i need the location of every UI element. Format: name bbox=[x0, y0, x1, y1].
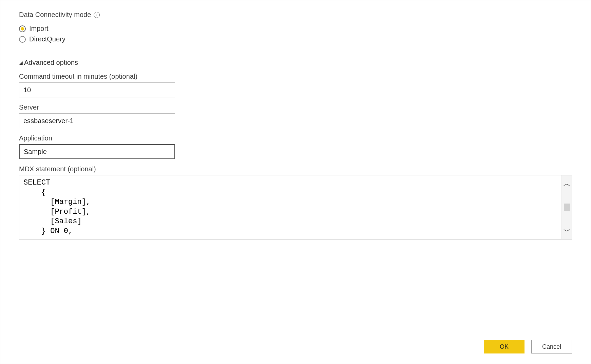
radio-directquery[interactable]: DirectQuery bbox=[19, 35, 572, 43]
scroll-up-icon[interactable]: ︿ bbox=[564, 180, 570, 187]
connectivity-mode-text: Data Connectivity mode bbox=[19, 11, 91, 19]
connectivity-radio-group: Import DirectQuery bbox=[19, 22, 572, 46]
info-icon[interactable]: i bbox=[94, 12, 100, 18]
triangle-collapse-icon: ◢ bbox=[19, 60, 23, 65]
mdx-scrollbar[interactable]: ︿ ﹀ bbox=[561, 175, 572, 239]
mdx-statement-text: SELECT { [Margin], [Profit], [Sales] } O… bbox=[19, 175, 572, 239]
scroll-thumb[interactable] bbox=[564, 204, 570, 211]
mdx-label: MDX statement (optional) bbox=[19, 165, 572, 173]
radio-import[interactable]: Import bbox=[19, 25, 572, 33]
radio-import-icon bbox=[19, 25, 26, 32]
cancel-button[interactable]: Cancel bbox=[531, 340, 572, 353]
radio-import-label: Import bbox=[29, 25, 49, 33]
server-label: Server bbox=[19, 103, 572, 111]
server-input[interactable] bbox=[19, 113, 175, 128]
radio-directquery-icon bbox=[19, 36, 26, 43]
application-input[interactable] bbox=[19, 144, 175, 159]
ok-button[interactable]: OK bbox=[484, 340, 525, 353]
command-timeout-label: Command timeout in minutes (optional) bbox=[19, 73, 572, 80]
mdx-statement-input[interactable]: SELECT { [Margin], [Profit], [Sales] } O… bbox=[19, 175, 572, 240]
application-label: Application bbox=[19, 134, 572, 142]
advanced-options-label: Advanced options bbox=[24, 59, 78, 66]
scroll-down-icon[interactable]: ﹀ bbox=[564, 228, 570, 234]
advanced-options-toggle[interactable]: ◢ Advanced options bbox=[19, 59, 572, 66]
radio-directquery-label: DirectQuery bbox=[29, 35, 65, 43]
command-timeout-input[interactable] bbox=[19, 82, 175, 97]
dialog-footer: OK Cancel bbox=[19, 340, 572, 353]
connectivity-mode-label: Data Connectivity mode i bbox=[19, 11, 572, 19]
connector-dialog: Data Connectivity mode i Import DirectQu… bbox=[0, 0, 591, 364]
